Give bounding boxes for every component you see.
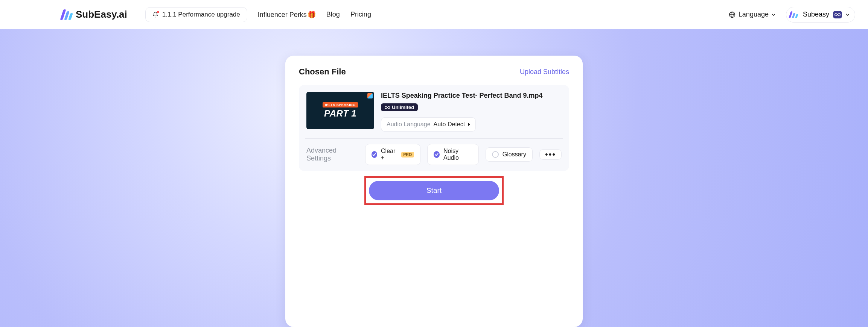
start-button-highlight: Start bbox=[364, 176, 504, 205]
chevron-down-icon bbox=[772, 14, 775, 16]
announcement-pill[interactable]: 1.1.1 Performance upgrade bbox=[145, 7, 247, 22]
advanced-settings-row: Advanced Settings Clear + PRO Noisy Audi… bbox=[306, 144, 562, 165]
card-title: Chosen File bbox=[299, 67, 346, 77]
nav-influencer-perks[interactable]: Influencer Perks🎁 bbox=[258, 11, 316, 19]
divider bbox=[305, 138, 563, 139]
nav-pricing[interactable]: Pricing bbox=[350, 11, 371, 18]
pro-badge: PRO bbox=[401, 152, 414, 157]
announcement-text: 1.1.1 Performance upgrade bbox=[162, 11, 240, 18]
unlimited-badge: Unlimited bbox=[381, 103, 418, 111]
brand-logo[interactable]: SubEasy.ai bbox=[13, 9, 127, 20]
avatar-icon bbox=[789, 9, 799, 20]
upload-subtitles-link[interactable]: Upload Subtitles bbox=[520, 68, 569, 76]
plan-badge-icon bbox=[833, 11, 842, 18]
hero-section: Chosen File Upload Subtitles IELTS SPEAK… bbox=[0, 29, 868, 327]
check-icon bbox=[492, 151, 499, 158]
thumbnail-title: PART 1 bbox=[324, 108, 356, 119]
audio-language-value: Auto Detect bbox=[434, 121, 465, 128]
option-clear-plus[interactable]: Clear + PRO bbox=[365, 144, 420, 165]
file-panel: IELTS SPEAKING PART 1 IELTS Speaking Pra… bbox=[299, 85, 569, 171]
check-icon bbox=[372, 151, 377, 158]
brand-name: SubEasy.ai bbox=[76, 9, 127, 20]
infinity-icon bbox=[385, 106, 390, 109]
audio-language-selector[interactable]: Audio Language Auto Detect bbox=[381, 117, 476, 132]
option-noisy-audio[interactable]: Noisy Audio bbox=[427, 144, 479, 165]
advanced-settings-label: Advanced Settings bbox=[306, 147, 358, 162]
check-icon bbox=[434, 151, 440, 158]
globe-icon bbox=[729, 11, 736, 18]
start-button[interactable]: Start bbox=[369, 181, 499, 200]
chosen-file-card: Chosen File Upload Subtitles IELTS SPEAK… bbox=[285, 56, 583, 327]
more-options-button[interactable]: ••• bbox=[539, 149, 562, 160]
user-name: Subeasy bbox=[803, 11, 829, 18]
brand-logo-icon bbox=[62, 9, 72, 20]
language-switcher[interactable]: Language bbox=[729, 11, 775, 18]
bell-icon bbox=[152, 12, 158, 18]
top-header: SubEasy.ai 1.1.1 Performance upgrade Inf… bbox=[0, 0, 868, 29]
user-menu[interactable]: Subeasy bbox=[786, 7, 855, 23]
nav-blog[interactable]: Blog bbox=[326, 11, 340, 18]
option-glossary[interactable]: Glossary bbox=[486, 147, 533, 162]
thumbnail-tag: IELTS SPEAKING bbox=[323, 102, 358, 107]
thumbnail-corner-icon bbox=[367, 93, 373, 98]
file-name: IELTS Speaking Practice Test- Perfect Ba… bbox=[381, 92, 542, 100]
audio-language-label: Audio Language bbox=[387, 121, 431, 128]
language-label: Language bbox=[739, 11, 769, 18]
gift-icon: 🎁 bbox=[308, 11, 316, 19]
chevron-down-icon bbox=[846, 14, 850, 16]
triangle-right-icon bbox=[468, 123, 470, 126]
file-thumbnail[interactable]: IELTS SPEAKING PART 1 bbox=[306, 92, 374, 129]
